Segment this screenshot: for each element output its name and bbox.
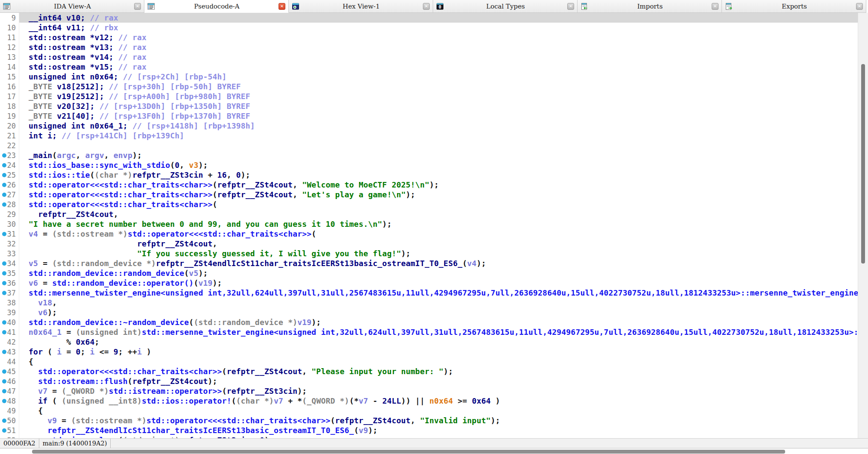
code-line: 51 refptr__ZSt4endlIcSt11char_traitsIcEE…	[0, 425, 858, 435]
line-number-gutter: 40	[0, 317, 19, 327]
line-number: 30	[7, 220, 16, 228]
status-bar: 00000FA2 main:9 (1400019A2)	[0, 438, 868, 448]
close-icon[interactable]: ✕	[712, 3, 718, 10]
code-text[interactable]: v18,	[19, 298, 858, 308]
vertical-scrollbar-thumb[interactable]	[861, 64, 865, 264]
line-number: 14	[7, 63, 16, 71]
line-number: 36	[7, 279, 16, 287]
code-line: 27 std::operator<<<std::char_traits<char…	[0, 190, 858, 199]
code-text[interactable]: std::ios_base::sync_with_stdio(0, v3);	[19, 160, 858, 170]
close-icon[interactable]: ✕	[134, 3, 141, 10]
address-dot-icon	[2, 320, 6, 325]
address-dot-icon	[2, 281, 6, 285]
code-text[interactable]: std::operator<<<std::char_traits<char>>(…	[19, 190, 858, 199]
code-text[interactable]: _BYTE v19[2512]; // [rsp+A00h] [rbp+980h…	[19, 91, 858, 101]
tab-label: Imports	[588, 3, 712, 10]
code-line: 22	[0, 141, 858, 150]
code-text[interactable]: std::ostream *v15; // rax	[19, 62, 858, 72]
code-line: 44 {	[0, 357, 858, 366]
code-text[interactable]: {	[19, 357, 858, 366]
close-icon[interactable]: ✕	[567, 3, 574, 10]
code-text[interactable]: __int64 v10; // rax	[19, 13, 858, 23]
line-number: 37	[7, 289, 16, 297]
tab-ida-view-a[interactable]: IDA View-A✕	[0, 0, 144, 13]
code-text[interactable]: std::ostream::flush(refptr__ZSt4cout);	[19, 376, 858, 386]
close-icon[interactable]: ✕	[423, 3, 430, 10]
tab-pseudocode-a[interactable]: Pseudocode-A✕	[144, 0, 289, 13]
code-line: 33 "If you successly guessed it, I will …	[0, 249, 858, 258]
code-text[interactable]: _main(argc, argv, envp);	[19, 150, 858, 160]
code-text[interactable]	[19, 141, 858, 150]
tab-hex-view-1[interactable]: Hex View-1✕	[289, 0, 433, 13]
code-text[interactable]: std::mersenne_twister_engine<unsigned in…	[19, 288, 858, 298]
code-text[interactable]: v7 = (_QWORD *)std::istream::operator>>(…	[19, 386, 858, 396]
code-text[interactable]: % 0x64;	[19, 337, 858, 347]
code-text[interactable]: unsigned int n0x64_1; // [rsp+1418h] [rb…	[19, 121, 858, 131]
line-number-gutter: 26	[0, 180, 19, 190]
line-number-gutter: 23	[0, 150, 19, 160]
line-number: 17	[7, 92, 16, 101]
code-text[interactable]: std::operator<<<std::char_traits<char>>(…	[19, 366, 858, 376]
pseudocode-panel: 9 __int64 v10; // rax10 __int64 v11; // …	[0, 13, 858, 438]
code-text[interactable]: int i; // [rsp+141Ch] [rbp+139Ch]	[19, 131, 858, 141]
status-location: main:9 (1400019A2)	[39, 439, 111, 448]
code-text[interactable]: std::ios::clear((std::ios *)refptr__ZSt3…	[19, 435, 858, 438]
code-text[interactable]: std::operator<<<std::char_traits<char>>(	[19, 199, 858, 209]
code-text[interactable]: "If you successly guessed it, I will giv…	[19, 249, 858, 258]
code-text[interactable]: std::ostream *v14; // rax	[19, 52, 858, 62]
line-number-gutter: 30	[0, 219, 19, 229]
close-icon[interactable]: ✕	[856, 3, 863, 10]
code-text[interactable]: refptr__ZSt4cout,	[19, 209, 858, 219]
horizontal-scrollbar-thumb[interactable]	[32, 450, 785, 454]
line-number-gutter: 22	[0, 141, 19, 150]
line-number: 22	[7, 141, 16, 150]
tab-label: IDA View-A	[11, 3, 134, 10]
code-text[interactable]: v4 = (std::ostream *)std::operator<<<std…	[19, 229, 858, 239]
address-dot-icon	[2, 350, 6, 354]
code-text[interactable]: v9 = (std::ostream *)std::operator<<<std…	[19, 416, 858, 425]
code-line: 52 std::ios::clear((std::ios *)refptr__Z…	[0, 435, 858, 438]
code-text[interactable]: _BYTE v21[40]; // [rsp+13F0h] [rbp+1370h…	[19, 111, 858, 121]
vertical-scrollbar[interactable]	[858, 13, 868, 438]
code-text[interactable]: std::operator<<<std::char_traits<char>>(…	[19, 180, 858, 190]
code-line: 34 v5 = (std::random_device *)refptr__ZS…	[0, 258, 858, 268]
code-text[interactable]: if ( (unsigned __int8)std::ios::operator…	[19, 396, 858, 406]
close-icon[interactable]: ✕	[279, 3, 285, 10]
tab-local-types[interactable]: 0Local Types✕	[433, 0, 578, 13]
line-number: 41	[7, 328, 16, 337]
line-number-gutter: 39	[0, 308, 19, 317]
code-text[interactable]: n0x64_1 = (unsigned int)std::mersenne_tw…	[19, 327, 858, 337]
code-line: 25 std::ios::tie((char *)refptr__ZSt3cin…	[0, 170, 858, 180]
tab-imports[interactable]: Imports✕	[578, 0, 722, 13]
line-number-gutter: 27	[0, 190, 19, 199]
code-text[interactable]: std::random_device::~random_device((std:…	[19, 317, 858, 327]
code-text[interactable]: v5 = (std::random_device *)refptr__ZSt4e…	[19, 258, 858, 268]
code-text[interactable]: refptr__ZSt4endlIcSt11char_traitsIcEERSt…	[19, 425, 858, 435]
code-text[interactable]: v6);	[19, 308, 858, 317]
code-text[interactable]: {	[19, 406, 858, 416]
code-text[interactable]: refptr__ZSt4cout,	[19, 239, 858, 249]
code-text[interactable]: std::ios::tie((char *)refptr__ZSt3cin + …	[19, 170, 858, 180]
code-text[interactable]: std::random_device::random_device(v5);	[19, 268, 858, 278]
code-text[interactable]: for ( i = 0; i <= 9; ++i )	[19, 347, 858, 357]
line-number: 40	[7, 318, 16, 327]
code-text[interactable]: _BYTE v18[2512]; // [rsp+30h] [rbp-50h] …	[19, 82, 858, 91]
line-number-gutter: 10	[0, 23, 19, 32]
code-text[interactable]: _BYTE v20[32]; // [rsp+13D0h] [rbp+1350h…	[19, 101, 858, 111]
tab-exports[interactable]: Exports✕	[722, 0, 866, 13]
code-text[interactable]: v6 = std::random_device::operator()(v19)…	[19, 278, 858, 288]
line-number: 44	[7, 357, 16, 366]
line-number-gutter: 18	[0, 101, 19, 111]
code-text[interactable]: std::ostream *v12; // rax	[19, 32, 858, 42]
line-number-gutter: 13	[0, 52, 19, 62]
address-dot-icon	[2, 399, 6, 403]
line-number: 48	[7, 397, 16, 405]
code-text[interactable]: std::ostream *v13; // rax	[19, 42, 858, 52]
tab-label: Hex View-1	[299, 3, 423, 10]
address-dot-icon	[2, 369, 6, 374]
code-text[interactable]: "I have a secret number between 0 and 99…	[19, 219, 858, 229]
code-text[interactable]: __int64 v11; // rbx	[19, 23, 858, 32]
code-line: 13 std::ostream *v14; // rax	[0, 52, 858, 62]
address-dot-icon	[2, 153, 6, 158]
code-text[interactable]: unsigned int n0x64; // [rsp+2Ch] [rbp-54…	[19, 72, 858, 82]
